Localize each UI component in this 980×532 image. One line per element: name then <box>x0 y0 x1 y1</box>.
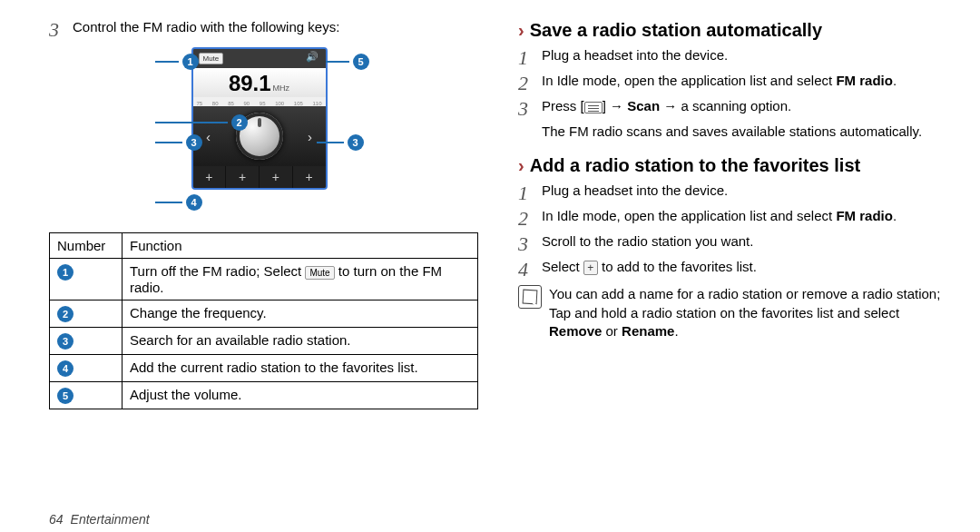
table-row: 2 Change the frequency. <box>50 300 478 327</box>
page-footer: 64 Entertainment <box>49 512 150 527</box>
frequency-unit: MHz <box>273 84 290 93</box>
intro-step-number: 3 <box>49 18 73 40</box>
mute-chip-icon: Mute <box>305 266 334 280</box>
function-table: Number Function 1 Turn off the FM radio;… <box>49 232 478 409</box>
step-subtext: The FM radio scans and saves available s… <box>542 123 947 141</box>
right-column: › Save a radio station automatically 1 P… <box>518 18 947 420</box>
mute-button[interactable]: Mute <box>199 53 224 64</box>
callout-5: 5 <box>326 54 369 70</box>
table-row: 4 Add the current radio station to the f… <box>50 354 478 381</box>
preset-button[interactable]: + <box>260 166 293 188</box>
step-line: 2 In Idle mode, open the application lis… <box>518 207 947 229</box>
step-line: 3 Scroll to the radio station you want. <box>518 232 947 254</box>
step-line: 4 Select + to add to the favorites list. <box>518 258 947 280</box>
radio-figure: Mute 89.1MHz 75 80 85 90 95 100 105 <box>49 47 478 220</box>
table-row: 3 Search for an available radio station. <box>50 327 478 354</box>
preset-button[interactable]: + <box>193 166 227 188</box>
callout-2: 2 <box>155 114 248 131</box>
table-row: 1 Turn off the FM radio; Select Mute to … <box>50 259 478 300</box>
callout-1: 1 <box>155 54 199 70</box>
preset-row: + + + + <box>193 166 326 188</box>
callout-4: 4 <box>155 194 202 211</box>
volume-icon[interactable] <box>308 54 320 64</box>
intro-text: Control the FM radio with the following … <box>73 18 339 36</box>
section-name: Entertainment <box>71 512 150 527</box>
table-row: 5 Adjust the volume. <box>50 381 478 409</box>
menu-icon <box>584 102 603 113</box>
table-header-function: Function <box>122 233 478 259</box>
preset-button[interactable]: + <box>226 166 260 188</box>
callout-3-left: 3 <box>155 134 202 151</box>
step-line: 1 Plug a headset into the device. <box>518 182 947 203</box>
intro-step: 3 Control the FM radio with the followin… <box>49 18 478 40</box>
section-heading-favorites: › Add a radio station to the favorites l… <box>518 155 947 176</box>
step-line: 2 In Idle mode, open the application lis… <box>518 72 947 94</box>
chevron-icon: › <box>518 20 524 41</box>
left-column: 3 Control the FM radio with the followin… <box>49 18 478 420</box>
step-line: 3 Press [] → Scan → a scanning option. <box>518 97 947 119</box>
note-icon <box>518 285 542 309</box>
note-block: You can add a name for a radio station o… <box>518 285 947 340</box>
plus-icon: + <box>583 261 598 275</box>
callout-3-right: 3 <box>317 134 364 151</box>
preset-button[interactable]: + <box>293 166 326 188</box>
frequency-display: 89.1MHz <box>193 68 326 97</box>
section-heading-save: › Save a radio station automatically <box>518 20 947 41</box>
chevron-icon: › <box>518 155 524 176</box>
frequency-scale: 75 80 85 90 95 100 105 110 <box>193 97 326 106</box>
table-header-number: Number <box>50 233 122 259</box>
step-line: 1 Plug a headset into the device. <box>518 46 947 68</box>
frequency-value: 89.1 <box>229 71 271 95</box>
page-number: 64 <box>49 512 64 527</box>
